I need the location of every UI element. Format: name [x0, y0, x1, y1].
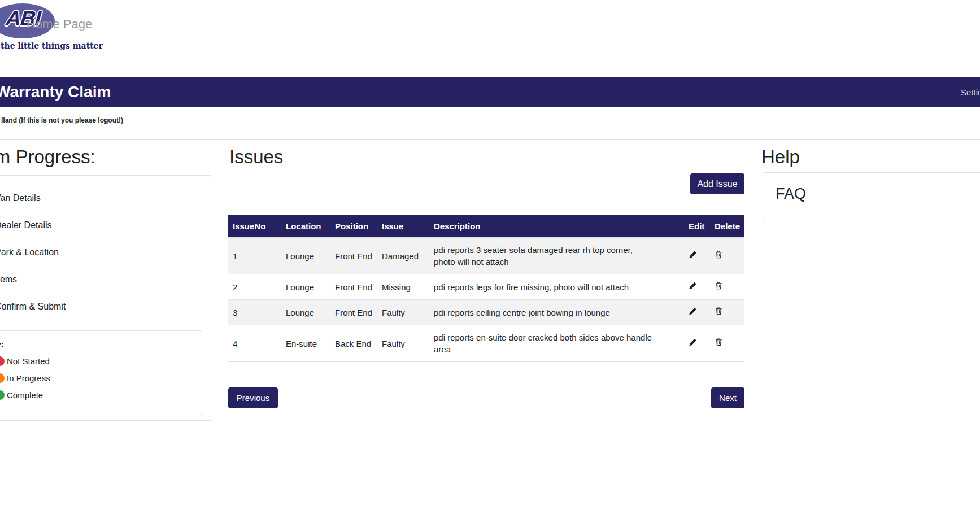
pencil-icon: [689, 307, 697, 316]
legend-item: Complete: [0, 386, 202, 403]
cell-issueno: 3: [228, 300, 281, 325]
status-dot-icon: [0, 356, 5, 366]
logged-in-user-notice: lland (If this is not you please logout!…: [1, 116, 123, 124]
cell-position: Front End: [330, 300, 377, 325]
progress-card: Van DetailsDealer DetailsPark & Location…: [0, 175, 212, 421]
trash-icon: [715, 337, 723, 347]
cell-location: Lounge: [281, 300, 330, 325]
pencil-icon: [689, 338, 697, 347]
column-header: Delete: [710, 215, 744, 238]
cell-description: pdi reports 3 seater sofa damaged rear r…: [429, 238, 684, 274]
section-divider: [0, 139, 980, 140]
navbar: Warranty Claim Settings: [0, 77, 980, 107]
pencil-icon: [689, 250, 697, 259]
sidebar-item[interactable]: Park & Location: [0, 239, 212, 266]
column-header: IssueNo: [228, 215, 281, 238]
sidebar-item[interactable]: Items: [0, 266, 212, 293]
table-row: 4 En-suite Back End Faulty pdi reports e…: [228, 325, 744, 362]
column-header: Issue: [377, 215, 429, 238]
sidebar-item[interactable]: Van Details: [0, 185, 212, 212]
cell-description: pdi reports legs for fire missing, photo…: [429, 274, 684, 300]
home-page-link[interactable]: Home Page: [27, 17, 92, 32]
delete-button[interactable]: [715, 281, 723, 290]
cell-position: Back End: [330, 325, 377, 362]
table-row: 3 Lounge Front End Faulty pdi reports ce…: [228, 300, 744, 325]
cell-issue: Faulty: [377, 300, 429, 325]
issues-table-body: 1 Lounge Front End Damaged pdi reports 3…: [228, 238, 744, 362]
cell-issue: Missing: [377, 274, 429, 300]
edit-button[interactable]: [689, 250, 697, 259]
cell-location: En-suite: [281, 325, 330, 362]
legend-item-label: In Progress: [7, 373, 50, 383]
column-header: Position: [330, 215, 377, 238]
cell-issue: Faulty: [377, 325, 429, 362]
legend-key-label: Key:: [0, 337, 202, 352]
trash-icon: [715, 281, 723, 290]
trash-icon: [715, 250, 723, 259]
faq-toggle[interactable]: FAQ: [776, 185, 806, 203]
cell-position: Front End: [330, 238, 377, 274]
status-dot-icon: [0, 373, 5, 383]
status-legend: Key: Not StartedIn ProgressComplete: [0, 330, 202, 416]
cell-issueno: 1: [228, 238, 281, 274]
edit-button[interactable]: [689, 281, 697, 290]
previous-button[interactable]: Previous: [228, 387, 278, 408]
cell-description: pdi reports en-suite door cracked both s…: [429, 325, 684, 362]
table-row: 1 Lounge Front End Damaged pdi reports 3…: [228, 238, 744, 274]
cell-location: Lounge: [281, 274, 330, 300]
progress-heading: Claim Progress:: [0, 146, 95, 168]
progress-list: Van DetailsDealer DetailsPark & Location…: [0, 176, 212, 320]
delete-button[interactable]: [715, 306, 723, 316]
legend-item-label: Complete: [7, 390, 43, 400]
help-card: FAQ: [763, 172, 980, 221]
table-row: 2 Lounge Front End Missing pdi reports l…: [228, 274, 744, 300]
legend-list: Not StartedIn ProgressComplete: [0, 352, 202, 403]
cell-description: pdi reports ceiling centre joint bowing …: [429, 300, 684, 325]
column-header: Edit: [684, 215, 710, 238]
issues-heading: Issues: [229, 146, 283, 168]
delete-button[interactable]: [715, 250, 723, 259]
sidebar-item[interactable]: Dealer Details: [0, 212, 212, 239]
cell-position: Front End: [330, 274, 377, 300]
legend-item: Not Started: [0, 352, 202, 369]
column-header: Location: [281, 215, 330, 238]
cell-location: Lounge: [281, 238, 330, 274]
delete-button[interactable]: [715, 337, 723, 347]
brand-tagline: the little things matter: [1, 41, 103, 50]
settings-link[interactable]: Settings: [961, 88, 980, 97]
cell-issueno: 4: [228, 325, 281, 362]
column-header: Description: [429, 215, 684, 238]
status-dot-icon: [0, 390, 5, 400]
help-heading: Help: [761, 146, 800, 168]
trash-icon: [715, 306, 723, 316]
edit-button[interactable]: [689, 307, 697, 316]
cell-issueno: 2: [228, 274, 281, 300]
legend-item-label: Not Started: [7, 356, 50, 366]
cell-issue: Damaged: [377, 238, 429, 274]
page-title: Warranty Claim: [0, 83, 111, 101]
legend-item: In Progress: [0, 369, 202, 386]
table-header-row: IssueNoLocationPositionIssueDescriptionE…: [228, 215, 744, 238]
add-issue-button[interactable]: Add Issue: [690, 173, 744, 194]
sidebar-item[interactable]: Confirm & Submit: [0, 293, 212, 320]
issues-table: IssueNoLocationPositionIssueDescriptionE…: [228, 215, 744, 362]
next-button[interactable]: Next: [711, 387, 744, 408]
edit-button[interactable]: [689, 338, 697, 347]
pencil-icon: [689, 281, 697, 290]
